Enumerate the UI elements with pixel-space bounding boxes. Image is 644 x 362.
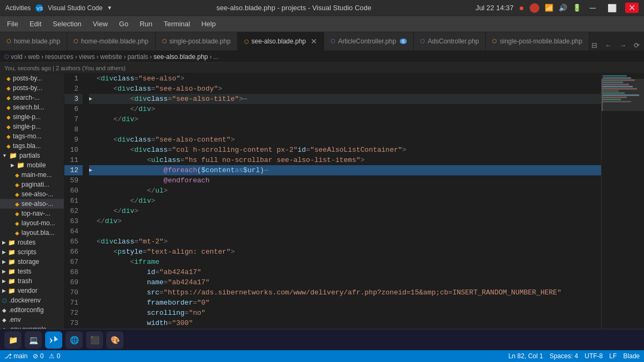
tab-label: single-post-mobile.blade.php [500, 38, 582, 45]
sidebar-item-posts-by-1[interactable]: ◆ posts-by... [0, 73, 64, 83]
sidebar-item-see-also-2[interactable]: ◆ see-also-... [0, 199, 64, 209]
folder-icon: 📁 [8, 249, 16, 256]
code-line-12: ▶ @foreach($content as $url)— [89, 165, 601, 175]
navigate-back-icon[interactable]: ← [603, 40, 614, 50]
branch-name: main [13, 352, 27, 360]
battery-icon: 🔋 [573, 4, 581, 12]
sidebar-folder-scripts[interactable]: ▶ 📁 scripts [0, 247, 64, 257]
spaces[interactable]: Spaces: 4 [550, 352, 578, 360]
sidebar-item-dockerenv[interactable]: ⬡ .dockerenv [0, 295, 64, 305]
breadcrumb-sep: › [210, 53, 212, 61]
taskbar-files-icon[interactable]: 📁 [4, 331, 21, 349]
sidebar-item-search-1[interactable]: ◆ search-... [0, 93, 64, 102]
tab-label: AdsController.php [428, 38, 479, 45]
tabs-bar: ⬡ home.blade.php ⬡ home-mobile.blade.php… [0, 32, 644, 51]
sidebar-item-see-also-1[interactable]: ◆ see-also-... [0, 189, 64, 199]
encoding[interactable]: UTF-8 [584, 352, 603, 360]
minimize-button[interactable]: ─ [587, 3, 599, 13]
file-env-icon: ◆ [2, 317, 6, 323]
language[interactable]: Blade [623, 352, 640, 360]
breadcrumb-vold[interactable]: vold [11, 53, 23, 61]
git-blame-info: You, seconds ago | 2 authors (You and ot… [4, 65, 126, 71]
breadcrumb-views[interactable]: views [79, 53, 95, 61]
tab-home-blade[interactable]: ⬡ home.blade.php [0, 32, 67, 50]
breadcrumb-file[interactable]: see-also.blade.php [153, 53, 208, 61]
tab-article-controller[interactable]: ⬡ ArticleController.php 6 [324, 32, 414, 50]
sidebar-folder-tests[interactable]: ▶ 📁 tests [0, 267, 64, 276]
folder-collapse-icon: ▶ [2, 269, 6, 274]
tab-ads-controller[interactable]: ⬡ AdsController.php [414, 32, 486, 50]
taskbar-vscode-icon[interactable] [45, 331, 62, 349]
menu-view[interactable]: View [89, 18, 112, 30]
menu-run[interactable]: Run [135, 18, 157, 30]
sidebar-item-search-2[interactable]: ◆ search.bl... [0, 102, 64, 112]
maximize-button[interactable]: ⬜ [604, 4, 620, 12]
tab-home-mobile-blade[interactable]: ⬡ home-mobile.blade.php [67, 32, 155, 50]
menu-help[interactable]: Help [197, 18, 220, 30]
sidebar-item-posts-by-2[interactable]: ◆ posts-by... [0, 83, 64, 93]
tab-see-also-blade[interactable]: ⬡ see-also.blade.php ✕ [238, 32, 324, 50]
sidebar-item-top-nav[interactable]: ◆ top-nav-... [0, 209, 64, 218]
warnings-count[interactable]: ⚠ 0 [49, 352, 60, 360]
file-txt-icon: ◆ [2, 307, 6, 313]
breadcrumb-sidebar-icon: ⬡ [4, 54, 9, 60]
sidebar-item-editorconfig[interactable]: ◆ .editorconfig [0, 305, 64, 315]
file-blade-icon: ◆ [15, 201, 19, 207]
ln-col[interactable]: Ln 82, Col 1 [508, 352, 543, 360]
sidebar-item-env[interactable]: ◆ .env [0, 315, 64, 324]
taskbar-browser-icon[interactable]: 🌐 [65, 331, 83, 349]
sidebar-folder-routes[interactable]: ▶ 📁 routes [0, 238, 64, 247]
breadcrumb-web[interactable]: web [28, 53, 40, 61]
sidebar-folder-vendor[interactable]: ▶ 📁 vendor [0, 286, 64, 295]
sidebar-item-env-example[interactable]: ◆ .env.example [0, 324, 64, 329]
file-blade-icon: ◆ [6, 143, 11, 149]
tab-label: home.blade.php [14, 38, 60, 45]
split-editor-icon[interactable]: ⊟ [589, 40, 599, 50]
tab-label: single-post.blade.php [170, 38, 231, 45]
breadcrumb-resources[interactable]: resources [45, 53, 74, 61]
breadcrumb-partials[interactable]: partials [127, 53, 148, 61]
file-blade-icon: ◆ [6, 85, 11, 91]
code-editor[interactable]: <div class="see-also"> <div class="see-a… [87, 73, 601, 329]
sidebar-item-main-me[interactable]: ◆ main-me... [0, 170, 64, 180]
close-button[interactable]: ✕ [625, 3, 639, 13]
sidebar-folder-storage[interactable]: ▶ 📁 storage [0, 257, 64, 267]
tab-single-post-blade[interactable]: ⬡ single-post.blade.php [156, 32, 238, 50]
menu-selection[interactable]: Selection [48, 18, 85, 30]
breadcrumb-symbol[interactable]: ... [214, 53, 219, 61]
tab-single-post-mobile-blade[interactable]: ⬡ single-post-mobile.blade.php [486, 32, 589, 50]
line-ending[interactable]: LF [609, 352, 617, 360]
folder-expand-icon: ▶ [11, 162, 14, 168]
menu-file[interactable]: File [3, 18, 23, 30]
sidebar-item-layout-bla[interactable]: ◆ layout.bla... [0, 228, 64, 238]
os-top-bar-left: Activities VS Visual Studio Code ▼ [5, 4, 112, 12]
sidebar-item-tags-bla[interactable]: ◆ tags.bla... [0, 141, 64, 151]
navigate-forward-icon[interactable]: → [617, 40, 628, 50]
sidebar-item-single-p-1[interactable]: ◆ single-p... [0, 112, 64, 122]
sidebar-folder-mobile[interactable]: ▶ 📁 mobile [0, 160, 64, 170]
git-branch[interactable]: ⎇ main [4, 352, 27, 360]
minimap [601, 73, 644, 329]
errors-count[interactable]: ⊘ 0 [33, 352, 43, 360]
dropdown-arrow-icon: ▼ [107, 5, 112, 11]
taskbar-terminal-icon[interactable]: 💻 [25, 331, 42, 349]
sidebar-item-paginati[interactable]: ◆ paginati... [0, 180, 64, 189]
sidebar-item-layout-mo[interactable]: ◆ layout-mo... [0, 218, 64, 228]
tab-icon-blade: ⬡ [492, 38, 497, 44]
menu-go[interactable]: Go [115, 18, 133, 30]
sidebar-folder-trash[interactable]: ▶ 📁 trash [0, 276, 64, 286]
taskbar-terminal2-icon[interactable]: ⬛ [86, 331, 103, 349]
taskbar-app-icon[interactable]: 🎨 [106, 331, 123, 349]
open-changes-icon[interactable]: ⟳ [632, 40, 642, 50]
menu-edit[interactable]: Edit [25, 18, 46, 30]
code-line-70: src="https://ads.sibernetworks.com/www/d… [89, 287, 601, 298]
file-blade-icon: ◆ [6, 95, 11, 101]
tab-label-active: see-also.blade.php [252, 38, 306, 45]
sidebar-item-tags-mo[interactable]: ◆ tags-mo... [0, 131, 64, 141]
menu-terminal[interactable]: Terminal [159, 18, 194, 30]
tab-close-icon[interactable]: ✕ [311, 37, 317, 46]
sidebar-item-single-p-2[interactable]: ◆ single-p... [0, 122, 64, 131]
activities-label[interactable]: Activities [5, 4, 31, 12]
sidebar-folder-partials[interactable]: ▼ 📁 partials [0, 151, 64, 160]
breadcrumb-website[interactable]: website [100, 53, 122, 61]
